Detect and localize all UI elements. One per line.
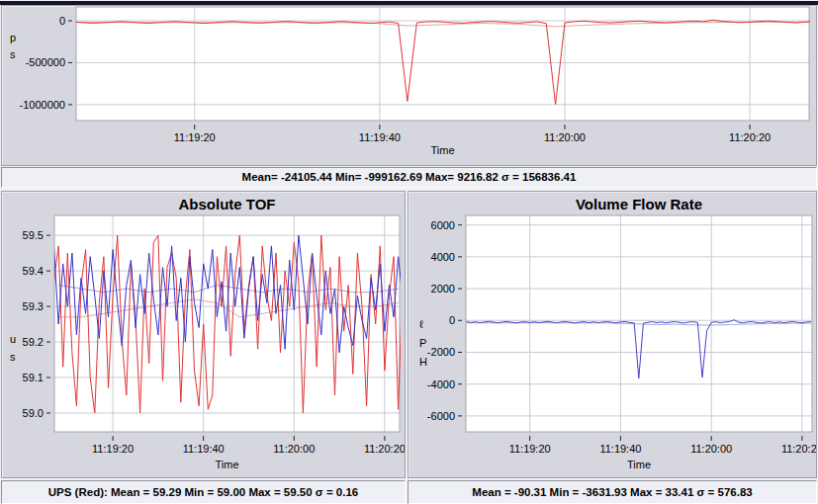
- svg-text:59.3: 59.3: [23, 300, 44, 312]
- svg-text:59.4: 59.4: [23, 265, 44, 277]
- svg-text:2000: 2000: [431, 283, 455, 294]
- svg-text:11:20:20: 11:20:20: [364, 443, 405, 455]
- svg-text:ℓ: ℓ: [419, 318, 423, 330]
- svg-text:59.2: 59.2: [23, 336, 44, 348]
- y-unit-label: us: [10, 333, 16, 363]
- svg-text:-2000: -2000: [427, 346, 455, 358]
- svg-text:-6000: -6000: [427, 410, 455, 422]
- svg-text:s: s: [10, 48, 16, 60]
- svg-text:s: s: [10, 351, 16, 363]
- flowmeter-dashboard: 0-500000-100000011:19:2011:19:4011:20:00…: [0, 0, 818, 504]
- svg-text:4000: 4000: [431, 251, 455, 263]
- svg-text:0: 0: [449, 314, 455, 326]
- x-axis-title: Time: [430, 144, 454, 156]
- svg-text:11:20:00: 11:20:00: [273, 443, 315, 455]
- svg-text:11:19:40: 11:19:40: [359, 131, 401, 143]
- x-axis-title: Time: [627, 459, 651, 470]
- svg-text:59.5: 59.5: [23, 229, 44, 241]
- absolute-tof-chart-canvas[interactable]: 59.559.459.359.259.159.011:19:2011:19:40…: [2, 192, 405, 477]
- top-stats-bar: Mean= -24105.44 Min= -999162.69 Max= 921…: [1, 167, 817, 188]
- absolute-tof-stats-bar: UPS (Red): Mean = 59.29 Min = 59.00 Max …: [1, 480, 406, 504]
- svg-text:11:20:20: 11:20:20: [781, 443, 816, 455]
- top-chart-canvas[interactable]: 0-500000-100000011:19:2011:19:4011:20:00…: [2, 6, 816, 165]
- svg-text:-500000: -500000: [26, 56, 65, 68]
- volume-flow-rate-stats-bar: Mean = -90.31 Min = -3631.93 Max = 33.41…: [408, 480, 817, 504]
- plot-area: [76, 7, 809, 121]
- svg-text:11:19:40: 11:19:40: [599, 443, 641, 455]
- delta-tof-panel: 0-500000-100000011:19:2011:19:4011:20:00…: [1, 5, 817, 166]
- y-unit-label: ps: [10, 32, 16, 60]
- svg-text:11:19:20: 11:19:20: [92, 443, 134, 455]
- svg-text:p: p: [10, 32, 16, 43]
- svg-text:11:19:20: 11:19:20: [509, 443, 551, 455]
- svg-text:59.1: 59.1: [23, 372, 44, 383]
- svg-text:11:19:20: 11:19:20: [174, 131, 216, 143]
- svg-text:Time: Time: [430, 144, 454, 156]
- svg-text:0: 0: [59, 15, 65, 27]
- svg-text:11:20:00: 11:20:00: [544, 131, 586, 143]
- svg-text:11:20:00: 11:20:00: [690, 443, 732, 455]
- volume-flow-rate-panel: Volume Flow Rate 6000400020000-2000-4000…: [408, 191, 817, 478]
- volume-flow-rate-chart-canvas[interactable]: 6000400020000-2000-4000-600011:19:2011:1…: [409, 192, 816, 477]
- svg-text:-4000: -4000: [427, 378, 455, 390]
- svg-text:Time: Time: [215, 459, 238, 470]
- svg-text:P: P: [419, 337, 426, 349]
- svg-text:Time: Time: [627, 459, 651, 470]
- svg-text:-1000000: -1000000: [20, 99, 66, 111]
- svg-text:u: u: [10, 333, 16, 345]
- svg-text:H: H: [419, 356, 427, 368]
- svg-text:11:19:40: 11:19:40: [183, 443, 225, 455]
- svg-text:59.0: 59.0: [23, 407, 44, 419]
- svg-text:11:20:20: 11:20:20: [729, 131, 771, 143]
- absolute-tof-panel: Absolute TOF 59.559.459.359.259.159.011:…: [1, 191, 406, 478]
- svg-text:6000: 6000: [431, 219, 455, 231]
- y-unit-label: ℓPH: [419, 318, 427, 368]
- x-axis-title: Time: [215, 459, 238, 470]
